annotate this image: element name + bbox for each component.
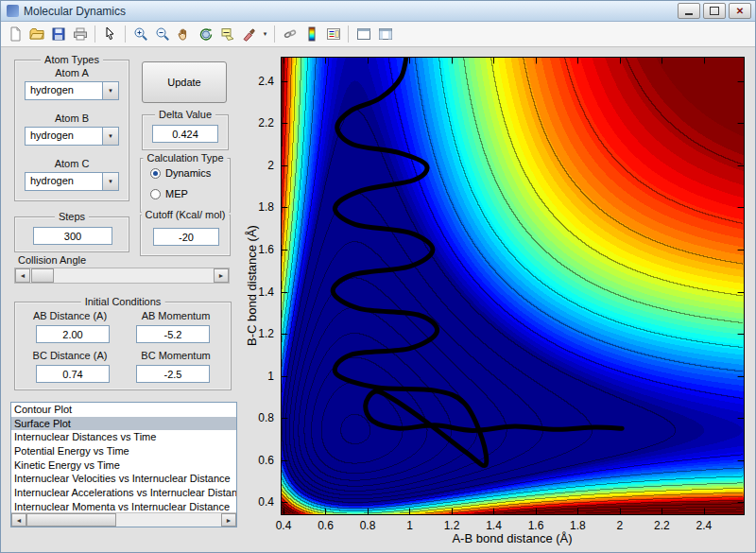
list-item[interactable]: Potential Energy vs Time — [11, 444, 236, 458]
slider-right-arrow-icon[interactable]: ► — [214, 268, 229, 283]
x-tick-label: 2.4 — [696, 519, 713, 532]
window-title: Molecular Dynamics — [24, 5, 126, 18]
y-tick-label: 1.2 — [258, 327, 274, 340]
x-tick-label: 1.8 — [570, 519, 586, 532]
close-button[interactable]: ✕ — [729, 3, 751, 19]
zoom-out-button[interactable] — [152, 25, 172, 44]
maximize-button[interactable] — [703, 3, 726, 19]
chevron-down-icon[interactable]: ▼ — [102, 128, 118, 145]
y-axis-label: B-C bond distance (Å) — [245, 225, 259, 346]
atom-b-value: hydrogen — [26, 128, 102, 145]
new-figure-button[interactable] — [5, 25, 25, 44]
show-plot-tools-button[interactable] — [375, 25, 395, 44]
hide-plot-tools-button[interactable] — [353, 25, 373, 44]
link-plot-button[interactable] — [280, 25, 300, 44]
new-figure-icon — [8, 26, 23, 42]
y-tick-label: 1.6 — [258, 243, 274, 256]
brush-button[interactable] — [239, 25, 259, 44]
y-tick-label: 0.6 — [258, 454, 274, 467]
y-tick-label: 1.8 — [258, 200, 274, 214]
atom-c-dropdown[interactable]: hydrogen ▼ — [25, 172, 119, 191]
insert-legend-button[interactable] — [323, 25, 343, 44]
scroll-track[interactable] — [26, 513, 221, 527]
list-item[interactable]: Internuclear Distances vs Time — [11, 430, 236, 444]
x-tick-label: 1.4 — [486, 519, 502, 532]
radio-mep-label: MEP — [165, 188, 188, 199]
listbox-hscrollbar[interactable]: ◄ ► — [11, 512, 236, 527]
collision-angle-slider[interactable]: ◄ ► — [14, 268, 230, 284]
bc-momentum-field[interactable]: -2.5 — [136, 365, 210, 383]
zoom-out-icon — [155, 26, 170, 42]
ab-momentum-field[interactable]: -5.2 — [136, 325, 210, 343]
radio-mep[interactable]: MEP — [150, 188, 188, 199]
steps-panel: Steps 300 — [14, 216, 129, 252]
save-figure-button[interactable] — [48, 25, 68, 44]
ab-distance-field[interactable]: 2.00 — [36, 325, 110, 343]
slider-track[interactable] — [30, 268, 214, 283]
pan-button[interactable] — [174, 25, 194, 44]
title-bar[interactable]: Molecular Dynamics ✕ — [1, 1, 755, 22]
y-tick-label: 0.8 — [258, 411, 274, 424]
y-tick-label: 2 — [267, 159, 274, 172]
edit-plot-button[interactable] — [100, 25, 120, 44]
atom-c-label: Atom C — [15, 158, 129, 169]
x-tick-label: 1 — [406, 519, 413, 532]
scroll-thumb[interactable] — [26, 513, 116, 527]
list-item[interactable]: Internuclear Velocities vs Internuclear … — [11, 472, 236, 486]
edit-plot-arrow-icon — [103, 26, 118, 42]
bc-distance-label: BC Distance (A) — [19, 350, 121, 361]
zoom-in-icon — [133, 26, 148, 42]
y-tick-label: 1 — [267, 370, 274, 383]
x-tick-label: 0.4 — [276, 519, 292, 532]
brush-dropdown-caret[interactable]: ▾ — [261, 25, 269, 44]
plot-type-listbox[interactable]: Contour PlotSurface PlotInternuclear Dis… — [10, 402, 237, 527]
y-tick-label: 1.4 — [258, 285, 274, 299]
rotate-3d-button[interactable] — [196, 25, 215, 44]
brush-icon — [242, 26, 257, 42]
open-file-button[interactable] — [26, 25, 46, 44]
x-tick-label: 0.6 — [318, 519, 334, 532]
toolbar-separator — [274, 26, 275, 43]
list-item[interactable]: Internuclear Accelerations vs Internucle… — [11, 486, 236, 500]
x-axis-label: A-B bond distance (Å) — [452, 531, 572, 545]
chevron-down-icon[interactable]: ▼ — [102, 82, 118, 99]
delta-value-field[interactable]: 0.424 — [152, 125, 218, 143]
zoom-in-button[interactable] — [130, 25, 150, 44]
calculation-type-panel: Calculation Type Dynamics MEP — [140, 158, 231, 213]
update-button[interactable]: Update — [142, 61, 227, 103]
x-tick-label: 1.6 — [528, 519, 544, 532]
open-file-icon — [29, 26, 44, 42]
minimize-button[interactable] — [678, 3, 700, 19]
y-tick-label: 2.4 — [258, 75, 274, 88]
x-tick-label: 2.2 — [654, 519, 670, 532]
atom-a-dropdown[interactable]: hydrogen ▼ — [25, 81, 119, 100]
scroll-left-arrow-icon[interactable]: ◄ — [11, 513, 26, 527]
data-cursor-button[interactable] — [217, 25, 237, 44]
figure-toolbar: ▾ — [1, 22, 755, 47]
insert-colorbar-button[interactable] — [301, 25, 321, 44]
list-item[interactable]: Kinetic Energy vs Time — [11, 458, 236, 473]
slider-thumb[interactable] — [31, 268, 54, 283]
initial-conditions-title: Initial Conditions — [81, 296, 165, 307]
bc-distance-field[interactable]: 0.74 — [36, 365, 110, 383]
atom-c-value: hydrogen — [26, 173, 102, 190]
list-item[interactable]: Surface Plot — [11, 417, 236, 431]
atom-b-dropdown[interactable]: hydrogen ▼ — [25, 127, 119, 146]
chevron-down-icon[interactable]: ▼ — [102, 173, 118, 190]
slider-left-arrow-icon[interactable]: ◄ — [15, 268, 30, 283]
collision-angle-label: Collision Angle — [18, 254, 86, 266]
list-item[interactable]: Contour Plot — [11, 403, 236, 417]
close-icon: ✕ — [736, 6, 744, 16]
print-figure-button[interactable] — [70, 25, 90, 44]
x-tick-label: 2 — [617, 519, 624, 532]
x-tick-label: 1.2 — [444, 519, 460, 532]
steps-field[interactable]: 300 — [33, 227, 112, 245]
ab-distance-label: AB Distance (A) — [19, 310, 121, 321]
y-tick-label: 0.4 — [258, 495, 274, 509]
pes-canvas[interactable] — [281, 57, 745, 515]
radio-dynamics[interactable]: Dynamics — [150, 167, 211, 179]
radio-unselected-icon — [150, 189, 161, 199]
cutoff-field[interactable]: -20 — [153, 228, 219, 246]
scroll-right-arrow-icon[interactable]: ► — [221, 513, 236, 527]
show-plot-tools-icon — [378, 26, 393, 42]
